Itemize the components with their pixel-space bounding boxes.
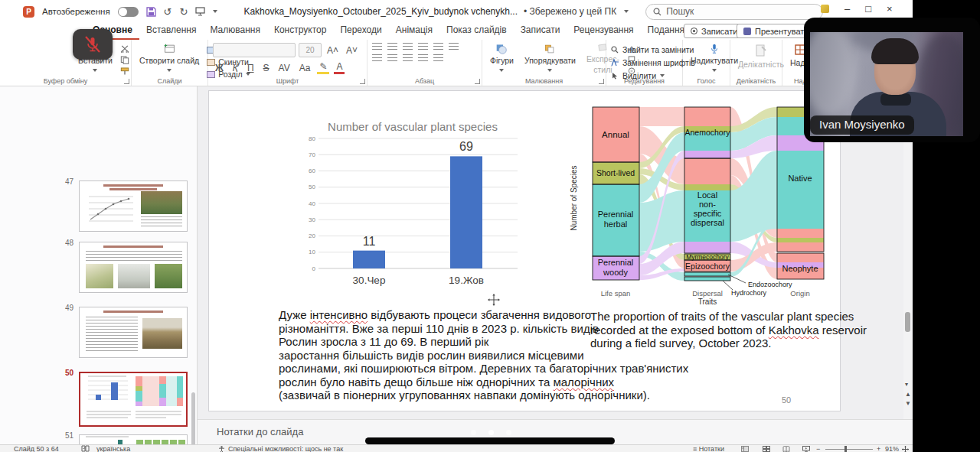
bar-value-label: 69	[459, 140, 473, 153]
thumbnail-number-50: 50	[61, 369, 74, 377]
numbering-icon[interactable]	[387, 43, 397, 50]
sankey-ylabel: Number of Species	[570, 165, 578, 230]
slide-thumbnail-48[interactable]	[79, 242, 188, 293]
autosave-label: Автозбереження	[42, 7, 110, 16]
slide-thumbnail-50[interactable]	[79, 372, 188, 427]
shrink-font-icon[interactable]: A˅	[344, 45, 360, 56]
align-left-icon[interactable]	[372, 54, 382, 62]
canvas-scrollbar-thumb[interactable]	[905, 312, 910, 332]
sensitivity-button[interactable]: Делікатність	[735, 43, 787, 75]
clipboard-dialog-launcher-icon[interactable]	[124, 79, 129, 84]
zoom-level[interactable]: 91%	[885, 445, 899, 452]
line-spacing-icon[interactable]	[433, 43, 443, 50]
slide-sorter-view-button[interactable]	[763, 446, 770, 452]
redo-button[interactable]: ↻	[180, 6, 188, 18]
highlight-button[interactable]: ✎	[317, 61, 329, 74]
normal-view-button[interactable]	[741, 446, 749, 452]
italic-button[interactable]: К	[230, 63, 240, 73]
tab-малювання[interactable]: Малювання	[203, 23, 266, 41]
qat-customize-icon[interactable]	[213, 10, 217, 15]
undo-button[interactable]: ↺	[164, 6, 172, 18]
zoom-slider-knob[interactable]	[844, 446, 847, 452]
font-size-select[interactable]: 20	[299, 43, 322, 57]
next-slide-button[interactable]: ▼	[905, 400, 911, 407]
strikethrough-button[interactable]: S	[261, 63, 272, 73]
increase-indent-icon[interactable]	[418, 43, 428, 50]
copy-icon[interactable]	[120, 56, 129, 63]
save-status-chevron-icon[interactable]	[624, 10, 629, 15]
align-center-icon[interactable]	[387, 54, 397, 62]
zoom-slider[interactable]	[825, 449, 873, 450]
zoom-out-button[interactable]: −	[816, 445, 820, 452]
cut-icon[interactable]	[120, 45, 129, 53]
font-color-button[interactable]: A	[334, 61, 345, 74]
tab-показ-слайдів[interactable]: Показ слайдів	[439, 23, 514, 41]
tab-анімація[interactable]: Анімація	[389, 23, 439, 41]
change-case-button[interactable]: Aa	[297, 63, 313, 73]
font-dialog-launcher-icon[interactable]	[360, 79, 365, 84]
slideshow-icon[interactable]	[195, 7, 205, 16]
align-right-icon[interactable]	[403, 54, 413, 62]
editing-group: Знайти та замінити Замінення шрифтів Вид…	[606, 40, 683, 86]
video-call-overlay[interactable]: Ivan Moysiyenko	[804, 18, 980, 142]
hidden-taskbar-pill[interactable]	[365, 437, 615, 444]
accessibility-status[interactable]: Спеціальні можливості: щось не так	[228, 445, 343, 452]
underline-button[interactable]: П	[245, 63, 256, 73]
maximize-button[interactable]: □	[865, 3, 871, 15]
zoom-in-button[interactable]: +	[877, 445, 880, 452]
mic-muted-indicator[interactable]	[73, 29, 113, 60]
decrease-indent-icon[interactable]	[403, 43, 413, 50]
shapes-button[interactable]: Фігури	[487, 43, 517, 75]
record-button[interactable]: Записати	[684, 24, 744, 38]
office-gem-icon[interactable]	[821, 5, 829, 13]
previous-slide-button[interactable]: ▲	[905, 391, 911, 398]
slide-counter[interactable]: Слайд 50 з 64	[14, 445, 59, 452]
sankey-axis-life-span: Life span	[601, 289, 631, 298]
thumbnail-scrollbar[interactable]	[191, 392, 195, 445]
save-icon[interactable]	[146, 7, 156, 17]
arrange-button[interactable]: Упорядкувати	[521, 43, 579, 75]
format-painter-icon[interactable]	[120, 67, 129, 75]
notes-placeholder[interactable]: Нотатки до слайда	[217, 426, 303, 437]
notes-toggle-button[interactable]: ≡ Нотатки	[693, 445, 724, 452]
slideshow-view-button[interactable]	[802, 446, 810, 452]
slide-caption-english[interactable]: The proportion of traits of the vascular…	[590, 310, 851, 350]
grow-font-icon[interactable]: A˄	[325, 45, 341, 56]
tab-конструктор[interactable]: Конструктор	[267, 23, 333, 41]
search-input[interactable]: Пошук	[645, 4, 823, 20]
text-direction-icon[interactable]	[449, 43, 459, 50]
paragraph-dialog-launcher-icon[interactable]	[475, 79, 480, 84]
autosave-toggle[interactable]	[118, 7, 139, 17]
scroll-down-icon[interactable]: ▾	[905, 381, 908, 388]
justify-icon[interactable]	[418, 54, 428, 62]
clipboard-group-label: Буфер обміну	[0, 77, 131, 85]
fit-to-window-button[interactable]	[902, 446, 909, 452]
bold-button[interactable]: Ж	[213, 63, 226, 73]
font-group: 20 A˄ A˅ Ж К П S AV Aa ✎ A Шрифт	[208, 40, 368, 86]
close-button[interactable]: ×	[887, 3, 893, 15]
minimize-button[interactable]: –	[844, 3, 850, 15]
columns-icon[interactable]	[433, 54, 443, 62]
svg-text:30: 30	[309, 216, 315, 223]
tab-переходи[interactable]: Переходи	[333, 23, 388, 41]
tab-рецензування[interactable]: Рецензування	[567, 23, 640, 41]
tab-вставлення[interactable]: Вставлення	[139, 23, 204, 41]
new-slide-button[interactable]: Створити слайд	[136, 43, 202, 75]
splitter-dot	[471, 430, 476, 435]
bullets-icon[interactable]	[372, 43, 382, 50]
accessibility-icon	[218, 446, 225, 452]
slide-page-number: 50	[782, 395, 791, 405]
slide-50[interactable]: Number of vascular plant species01020304…	[208, 90, 841, 411]
slide-thumbnail-49[interactable]	[79, 307, 188, 358]
drawing-dialog-launcher-icon[interactable]	[599, 79, 604, 84]
slide-thumbnail-47[interactable]	[79, 180, 188, 232]
spellcheck-icon[interactable]	[81, 445, 90, 452]
reading-view-button[interactable]	[782, 446, 790, 452]
save-status[interactable]: • Збережено у цей ПК	[524, 6, 616, 17]
language-indicator[interactable]: українська	[96, 445, 130, 452]
slide-thumbnail-51[interactable]	[79, 434, 188, 445]
font-name-select[interactable]	[213, 43, 296, 57]
character-spacing-button[interactable]: AV	[276, 63, 292, 73]
tab-записати[interactable]: Записати	[514, 23, 567, 41]
document-title: Kakhovka_Moysiyenko_Octouber_2025_Kyiv_b…	[243, 6, 518, 17]
